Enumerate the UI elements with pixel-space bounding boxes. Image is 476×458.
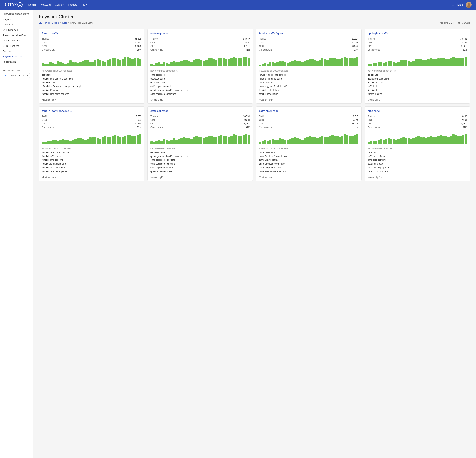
nav-domini[interactable]: Domini: [28, 3, 36, 6]
chart-bar: [67, 140, 69, 144]
cluster-keyword[interactable]: caffè fondi: [42, 73, 141, 77]
show-more-button[interactable]: Mostra di più›: [365, 174, 470, 181]
nav-content[interactable]: Content: [55, 3, 64, 6]
chart-bar: [269, 62, 271, 66]
cluster-keyword[interactable]: tipi di caffè: [368, 73, 467, 77]
cluster-keyword[interactable]: caffè orzo bambini: [368, 158, 467, 162]
cluster-keyword[interactable]: fondi di caffè come concime: [42, 151, 141, 154]
sidebar-item-keyword-cluster[interactable]: Keyword Cluster: [0, 54, 33, 59]
cluster-keyword[interactable]: caffè di orzo proprietà: [368, 166, 467, 169]
cluster-keyword[interactable]: caffè americano come farlo: [259, 162, 358, 165]
cluster-keyword[interactable]: caffè espresso napoletano: [151, 93, 250, 96]
cluster-keyword[interactable]: caffe orzo: [368, 151, 467, 154]
chart-bar: [373, 63, 375, 66]
cluster-keyword[interactable]: quanti grammi di caffè per un espresso: [151, 89, 250, 92]
breadcrumb-link-sistrix[interactable]: SISTRIX per Google: [39, 22, 59, 24]
cluster-keyword[interactable]: fondi caffè pianta limone: [42, 162, 141, 165]
stat-label: Traffico: [42, 38, 49, 40]
card-title[interactable]: fondi di caffè: [42, 32, 141, 35]
sidebar-item-impostazioni[interactable]: Impostazioni: [0, 59, 33, 64]
cluster-keyword[interactable]: come si fa il caffè americano: [259, 170, 358, 173]
cluster-keyword[interactable]: fondi di caffè come concime: [42, 93, 141, 96]
cluster-keyword[interactable]: caffè espresso: [151, 73, 250, 77]
sidebar-item-concorrenti[interactable]: Concorrenti: [0, 22, 33, 27]
show-more-button[interactable]: Mostra di più›: [148, 174, 253, 181]
card-stat-row: CPC1,63 €: [368, 122, 467, 125]
avatar[interactable]: [466, 2, 472, 8]
show-more-button[interactable]: Mostra di più›: [148, 96, 253, 103]
sidebar-item-intento[interactable]: Intento di ricerca: [0, 38, 33, 43]
cluster-keyword[interactable]: caffè orzo caffeina: [368, 155, 467, 158]
cluster-keyword[interactable]: espresso caffè: [151, 77, 250, 80]
cluster-keyword[interactable]: leggere i fondi del caffè: [259, 77, 358, 80]
card-title[interactable]: tipologie di caffè: [368, 32, 467, 35]
stat-value: 1,54 €: [461, 45, 467, 47]
stat-label: CPC: [368, 45, 372, 47]
grid-icon[interactable]: ⊞: [452, 3, 454, 7]
sidebar-item-keyword[interactable]: Keyword: [0, 17, 33, 22]
cluster-keyword[interactable]: fondi di caffè concime: [42, 155, 141, 158]
nav-keyword[interactable]: Keyword: [41, 3, 51, 6]
cluster-keyword[interactable]: caffè espresso perfetto: [151, 166, 250, 169]
cluster-keyword[interactable]: caffè americano: [259, 151, 358, 154]
cluster-keyword[interactable]: caffè espresso significato: [151, 158, 250, 162]
cluster-keyword[interactable]: caffè espresso come si fa: [151, 162, 250, 165]
cluster-keyword[interactable]: espresso caffè: [151, 151, 250, 154]
chart-bar: [440, 135, 442, 144]
cluster-keyword[interactable]: fondi caffè piante: [42, 89, 141, 92]
cluster-keyword[interactable]: fondi del caffè: [42, 81, 141, 84]
chart-bar: [77, 63, 79, 66]
logo[interactable]: SISTRIX: [4, 2, 23, 7]
cluster-keyword[interactable]: quantità caffè espresso: [151, 170, 250, 173]
cluster-keyword[interactable]: espresso caffe: [151, 81, 250, 84]
cluster-keyword[interactable]: fondi di caffè lettura: [259, 93, 358, 96]
show-more-button[interactable]: Mostra di più›: [39, 96, 144, 103]
sidebar-item-domande[interactable]: Domande: [0, 49, 33, 54]
cluster-keyword[interactable]: tipi di caffè al bar: [368, 81, 467, 84]
stat-value: 33%: [137, 126, 141, 129]
card-title[interactable]: caffe espresso: [151, 32, 250, 35]
sidebar-item-serp[interactable]: SERP Features: [0, 43, 33, 49]
nav-progetti[interactable]: Progetti: [68, 3, 77, 6]
show-more-button[interactable]: Mostra di più›: [256, 96, 361, 103]
aggiorna-serp-button[interactable]: Aggiorna SERP: [440, 22, 455, 24]
cluster-keyword[interactable]: quanti grammi di caffè per un espresso: [151, 155, 250, 158]
cluster-keyword[interactable]: fondi di caffè concime per limoni: [42, 77, 141, 80]
show-more-button[interactable]: Mostra di più›: [39, 174, 144, 181]
breadcrumb-link-liste[interactable]: Liste: [62, 22, 67, 24]
cluster-keyword[interactable]: fondi del caffè lettura: [259, 89, 358, 92]
cluster-keyword[interactable]: come fare il caffè americano: [259, 155, 358, 158]
card-title[interactable]: fondi di caffè figure: [259, 32, 358, 35]
card-title[interactable]: caffè espresso: [151, 110, 250, 112]
card-title[interactable]: caffe americano: [259, 110, 358, 112]
cluster-keyword[interactable]: fondi di caffè per le piante: [42, 170, 141, 173]
cluster-keyword[interactable]: caffè lungo americano: [259, 166, 358, 169]
cluster-keyword[interactable]: lettura fondi caffè: [259, 81, 358, 84]
cluster-keyword[interactable]: lettura fondi di caffè simboli: [259, 73, 358, 77]
sidebar-item-previsione[interactable]: Previsione del traffico: [0, 33, 33, 38]
cluster-keyword[interactable]: varietà di caffè: [368, 93, 467, 96]
cluster-keyword[interactable]: tipi di caffe: [368, 89, 467, 92]
cluster-keyword[interactable]: caffè d orzo proprietà: [368, 170, 467, 173]
cluster-keyword[interactable]: fondi di caffè per piante: [42, 166, 141, 169]
chart-bar: [279, 61, 281, 66]
cluster-keyword[interactable]: tipologie di caffè al bar: [368, 77, 467, 80]
cluster-keyword[interactable]: caffè espresso calorie: [151, 85, 250, 88]
show-more-button[interactable]: Mostra di più›: [365, 96, 470, 103]
cluster-keyword[interactable]: come leggere i fondi del caffè: [259, 85, 358, 88]
cluster-keyword[interactable]: fondi di caffè concime: [42, 158, 141, 162]
cluster-keyword[interactable]: caffè all americana: [259, 158, 358, 162]
card-title[interactable]: fondi di caffè concime ...: [42, 110, 141, 112]
manuale-button[interactable]: ▦ Manuale: [458, 21, 470, 25]
cluster-keyword[interactable]: bevanda d orzo: [368, 162, 467, 165]
chart-bar: [274, 140, 276, 144]
show-more-button[interactable]: Mostra di più›: [256, 174, 361, 181]
sidebar-item-url[interactable]: URL principali: [0, 27, 33, 33]
cluster-keyword[interactable]: caffè liscio: [368, 85, 467, 88]
card-title[interactable]: orzo caffè: [368, 110, 467, 112]
card-stat-row: Concorrenza33%: [42, 126, 141, 129]
lista-select[interactable]: G Knowledge Base... ▾: [3, 73, 30, 78]
nav-piu[interactable]: Più▾: [82, 3, 87, 6]
chevron-down-icon: ▾: [27, 75, 28, 77]
cluster-keyword[interactable]: i fondi di caffè vanno bene per tutte le…: [42, 85, 141, 88]
